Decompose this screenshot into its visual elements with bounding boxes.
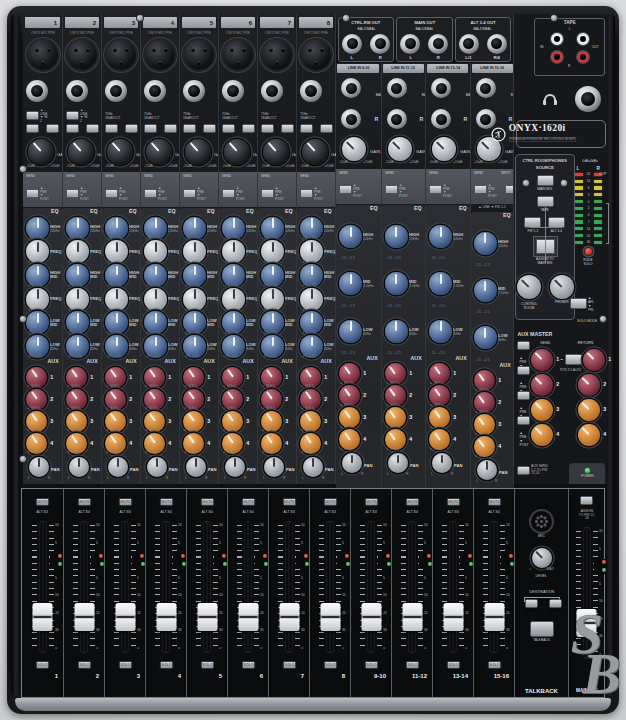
gain-knob[interactable] bbox=[146, 139, 172, 165]
fader-handle[interactable] bbox=[115, 603, 135, 631]
line-input-jack[interactable] bbox=[66, 80, 88, 102]
channel-option-switch[interactable] bbox=[125, 124, 138, 133]
mute-button[interactable]: MUTE bbox=[118, 498, 131, 505]
talkback-level-knob[interactable] bbox=[532, 548, 552, 568]
stereo-gain-knob[interactable] bbox=[388, 137, 412, 161]
aux1-pre-post-switch[interactable] bbox=[183, 189, 196, 198]
eq-mid-knob[interactable] bbox=[474, 279, 497, 302]
solo-button[interactable]: SOLO bbox=[36, 661, 49, 668]
xlr-mic-input[interactable] bbox=[184, 37, 214, 73]
aux1-pre-post-switch[interactable] bbox=[26, 189, 39, 198]
pan-knob[interactable] bbox=[147, 457, 167, 477]
line-input-jack[interactable] bbox=[300, 80, 322, 102]
fader-handle[interactable] bbox=[484, 603, 504, 631]
low-cut-switch[interactable] bbox=[222, 124, 235, 133]
aux-return-3-knob[interactable] bbox=[578, 399, 600, 421]
line-input-jack[interactable] bbox=[261, 80, 283, 102]
solo-button[interactable]: SOLO bbox=[446, 661, 459, 668]
rtn-to-aux1-switch[interactable] bbox=[565, 354, 582, 365]
aux-send-master-2-knob[interactable] bbox=[531, 374, 553, 396]
mute-button[interactable]: MUTE bbox=[77, 498, 90, 505]
aux-return-2-knob[interactable] bbox=[578, 374, 600, 396]
solo-mode-button[interactable] bbox=[570, 298, 587, 309]
pan-knob[interactable] bbox=[303, 457, 323, 477]
output-jack-left[interactable] bbox=[459, 34, 479, 54]
xlr-mic-input[interactable] bbox=[67, 37, 97, 73]
low-cut-switch[interactable] bbox=[66, 124, 79, 133]
aux1-pre-post-switch[interactable] bbox=[300, 189, 313, 198]
xlr-mic-input[interactable] bbox=[223, 37, 253, 73]
gain-knob[interactable] bbox=[263, 139, 289, 165]
line-input-jack[interactable] bbox=[183, 80, 205, 102]
fader-handle[interactable] bbox=[443, 603, 463, 631]
eq-low-knob[interactable] bbox=[429, 320, 452, 343]
aux-send-master-1-knob[interactable] bbox=[531, 349, 553, 371]
low-cut-switch[interactable] bbox=[26, 124, 39, 133]
aux-return-1-knob[interactable] bbox=[583, 349, 605, 371]
line-input-jack[interactable] bbox=[26, 80, 48, 102]
destination-phones-button[interactable] bbox=[525, 599, 538, 608]
hi-z-line-switch[interactable] bbox=[26, 111, 39, 120]
fader-handle[interactable] bbox=[361, 603, 381, 631]
low-cut-switch[interactable] bbox=[183, 124, 196, 133]
output-jack-left[interactable] bbox=[400, 34, 420, 54]
xlr-mic-input[interactable] bbox=[301, 37, 331, 73]
eq-high-knob[interactable] bbox=[474, 232, 497, 255]
gain-knob[interactable] bbox=[224, 139, 250, 165]
solo-button[interactable]: SOLO bbox=[487, 661, 500, 668]
aux-return-4-knob[interactable] bbox=[578, 424, 600, 446]
eq-high-knob[interactable] bbox=[429, 225, 452, 248]
channel-option-switch[interactable] bbox=[86, 124, 99, 133]
talkback-button[interactable] bbox=[530, 621, 554, 637]
xlr-mic-input[interactable] bbox=[28, 37, 58, 73]
gain-knob[interactable] bbox=[28, 139, 54, 165]
source-alt-3-4-button[interactable] bbox=[548, 217, 565, 228]
eq-mid-knob[interactable] bbox=[385, 272, 408, 295]
pan-knob[interactable] bbox=[108, 457, 128, 477]
pan-knob[interactable] bbox=[477, 460, 497, 480]
source-main-mix-button[interactable] bbox=[537, 175, 554, 186]
output-jack-right[interactable] bbox=[428, 34, 448, 54]
eq-mid-knob[interactable] bbox=[339, 272, 362, 295]
aux1-pre-post-switch[interactable] bbox=[385, 185, 398, 194]
fader-handle[interactable] bbox=[402, 603, 422, 631]
stereo-left-jack[interactable] bbox=[431, 78, 451, 98]
mute-button[interactable]: MUTE bbox=[36, 498, 49, 505]
tape-in-r-rca[interactable] bbox=[551, 51, 563, 63]
stereo-left-jack[interactable] bbox=[387, 78, 407, 98]
source-tape-button[interactable] bbox=[537, 196, 554, 207]
eq-mid-knob[interactable] bbox=[429, 272, 452, 295]
mute-button[interactable]: MUTE bbox=[241, 498, 254, 505]
pan-knob[interactable] bbox=[29, 457, 49, 477]
pan-knob[interactable] bbox=[264, 457, 284, 477]
tape-out-r-rca[interactable] bbox=[577, 51, 589, 63]
mute-button[interactable]: MUTE bbox=[159, 498, 172, 505]
mute-button[interactable]: MUTE bbox=[200, 498, 213, 505]
fader-handle[interactable] bbox=[320, 603, 340, 631]
assign-to-fw-15-16-button[interactable] bbox=[580, 496, 593, 505]
solo-button[interactable]: SOLO bbox=[282, 661, 295, 668]
line-input-jack[interactable] bbox=[105, 80, 127, 102]
low-cut-switch[interactable] bbox=[105, 124, 118, 133]
pan-knob[interactable] bbox=[342, 453, 362, 473]
xlr-mic-input[interactable] bbox=[262, 37, 292, 73]
aux1-pre-post-switch[interactable] bbox=[105, 189, 118, 198]
aux1-pre-post-switch[interactable] bbox=[429, 185, 442, 194]
control-room-knob[interactable] bbox=[517, 275, 541, 299]
solo-button[interactable]: SOLO bbox=[118, 661, 131, 668]
aux-send-fw-routing-button[interactable] bbox=[517, 466, 530, 475]
line-input-jack[interactable] bbox=[144, 80, 166, 102]
solo-button[interactable]: SOLO bbox=[405, 661, 418, 668]
eq-low-knob[interactable] bbox=[474, 326, 497, 349]
low-cut-switch[interactable] bbox=[144, 124, 157, 133]
solo-button[interactable]: SOLO bbox=[159, 661, 172, 668]
pan-knob[interactable] bbox=[432, 453, 452, 473]
aux1-pre-post-switch[interactable] bbox=[339, 185, 352, 194]
hi-z-line-switch[interactable] bbox=[66, 111, 79, 120]
xlr-mic-input[interactable] bbox=[106, 37, 136, 73]
eq-high-knob[interactable] bbox=[339, 225, 362, 248]
solo-button[interactable]: SOLO bbox=[323, 661, 336, 668]
mute-button[interactable]: MUTE bbox=[282, 498, 295, 505]
fader-handle[interactable] bbox=[156, 603, 176, 631]
channel-option-switch[interactable] bbox=[164, 124, 177, 133]
